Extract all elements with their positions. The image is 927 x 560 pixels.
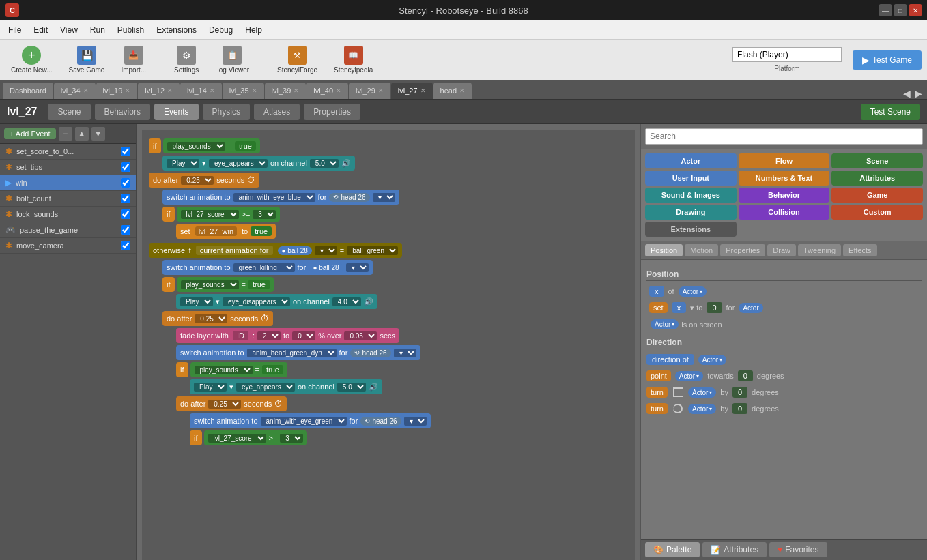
save-game-button[interactable]: 💾 Save Game [63,43,111,76]
tab-close-lvl14[interactable]: ✕ [210,87,215,94]
panel-minus-button[interactable]: − [59,127,72,141]
play-sounds-select-3[interactable]: play_sounds [195,366,253,374]
tab-close-lvl35[interactable]: ✕ [252,87,257,94]
do-after-3-select[interactable]: 0.25 [208,400,241,409]
cat-numbers-text[interactable]: Numbers & Text [739,171,830,186]
head26-select-3[interactable]: ▾ [404,417,427,426]
do-after-val-select[interactable]: 0.25 [181,176,214,185]
channel-select[interactable]: 5.0 [310,159,339,168]
panel-down-button[interactable]: ▼ [91,127,105,141]
switch-head-green-block[interactable]: switch animation to anim_head_green_dyn … [176,345,420,360]
sub-tab-effects[interactable]: Effects [843,244,876,256]
bottom-tab-favorites[interactable]: ♥ Favorites [769,542,827,557]
tab-nav-right[interactable]: ▶ [913,88,924,99]
log-viewer-button[interactable]: 📋 Log Viewer [210,43,255,76]
play-block[interactable]: Play ▾ eye_appears on channel 5.0 🔊 [162,156,355,171]
cat-actor[interactable]: Actor [645,153,737,168]
sound-disappears-select[interactable]: eye_disappears [223,297,290,306]
close-button[interactable]: ✕ [909,4,922,16]
anim-green-select[interactable]: green_killing_ [233,263,295,272]
test-scene-button[interactable]: Test Scene [861,104,920,120]
anim-head-green-select[interactable]: anim_head_green_dyn [247,349,337,357]
do-after-2-block[interactable]: do after 0.25 seconds ⏱ [162,311,273,326]
fade-layer-block[interactable]: fade layer with ID : 2 to 0 % over 0.05 … [176,328,399,343]
cat-drawing[interactable]: Drawing [645,205,737,220]
do-after-3-block[interactable]: do after 0.25 seconds ⏱ [176,396,287,411]
bottom-tab-attributes[interactable]: 📝 Attributes [702,542,767,557]
direction-of-entry[interactable]: direction of Actor [646,352,922,367]
event-check-bolt[interactable] [121,194,130,203]
search-input[interactable] [645,128,923,145]
do-after-block[interactable]: do after 0.25 seconds ⏱ [149,173,259,188]
ball-green-select[interactable]: ball_green [347,246,398,255]
cat-custom[interactable]: Custom [831,205,923,220]
maximize-button[interactable]: □ [894,4,907,16]
tab-lvl_12[interactable]: lvl_12 ✕ [138,83,180,99]
tab-events[interactable]: Events [154,104,199,120]
tab-close-lvl29[interactable]: ✕ [378,87,384,94]
score-val-select-1[interactable]: 3 [253,210,276,219]
cat-attributes[interactable]: Attributes [831,171,923,186]
play-sounds-condition[interactable]: play_sounds = true [163,138,260,153]
event-item-bolt-count[interactable]: ✱ bolt_count [0,191,136,207]
event-item-lock-sounds[interactable]: ✱ lock_sounds [0,207,136,222]
cat-extensions[interactable]: Extensions [645,222,737,237]
score-val-select-2[interactable]: 3 [280,434,303,443]
sub-tab-motion[interactable]: Motion [685,244,718,256]
do-after-2-select[interactable]: 0.25 [195,314,227,323]
tab-close-lvl34[interactable]: ✕ [83,87,89,94]
cat-game[interactable]: Game [831,188,923,203]
tab-dashboard[interactable]: Dashboard [3,83,53,99]
panel-up-button[interactable]: ▲ [75,127,89,141]
channel-select-2[interactable]: 4.0 [332,297,361,306]
tab-atlases[interactable]: Atlases [254,104,300,120]
event-check-lock[interactable] [121,209,130,219]
tab-lvl_35[interactable]: lvl_35 ✕ [223,83,264,99]
menu-publish[interactable]: Publish [112,24,149,36]
cat-scene[interactable]: Scene [831,153,923,168]
anim-blue-select[interactable]: anim_with_eye_blue [233,193,315,202]
tab-lvl_19[interactable]: lvl_19 ✕ [96,83,138,99]
menu-edit[interactable]: Edit [28,24,53,36]
x-of-actor-entry[interactable]: x of Actor [646,284,922,299]
switch-eye-green-block[interactable]: switch animation to anim_with_eye_green … [190,413,431,428]
event-item-set-tips[interactable]: ✱ set_tips [0,160,136,175]
turn-ccw-entry[interactable]: turn Actor by 0 degrees [646,401,922,416]
tab-close-lvl40[interactable]: ✕ [336,87,341,94]
cat-sound-images[interactable]: Sound & Images [645,188,737,203]
channel-select-3[interactable]: 5.0 [337,383,366,392]
canvas-scroll[interactable]: 🗑 if play_sounds = true [137,124,640,560]
tab-behaviors[interactable]: Behaviors [95,104,150,120]
sub-tab-tweening[interactable]: Tweening [798,244,841,256]
cat-behavior[interactable]: Behavior [739,188,830,203]
score-var-select-1[interactable]: lvl_27_score [181,210,239,219]
event-item-pause[interactable]: 🎮 pause_the_game [0,222,136,238]
score-condition-2[interactable]: lvl_27_score >= 3 [204,430,308,445]
play-sounds-select-2[interactable]: play_sounds [181,280,239,289]
play-sounds-2[interactable]: play_sounds = true [177,277,274,292]
import-button[interactable]: 📥 Import... [115,43,152,76]
add-event-button[interactable]: + Add Event [4,128,56,139]
cat-collision[interactable]: Collision [739,205,830,220]
tab-lvl_40[interactable]: lvl_40 ✕ [306,83,348,99]
event-check-set-tips[interactable] [121,162,130,172]
tab-nav-left[interactable]: ◀ [901,88,913,99]
menu-debug[interactable]: Debug [203,24,238,36]
platform-select[interactable]: Flash (Player) HTML5 iOS Android [732,47,842,62]
create-new-button[interactable]: + Create New... [5,43,58,76]
play-disappears-block[interactable]: Play ▾ eye_disappears on channel 4.0 🔊 [176,294,377,309]
menu-help[interactable]: Help [240,24,268,36]
event-item-set-score[interactable]: ✱ set_score_to_0... [0,144,136,160]
cat-flow[interactable]: Flow [739,153,830,168]
score-condition-1[interactable]: lvl_27_score >= 3 [177,207,281,222]
menu-extensions[interactable]: Extensions [151,24,202,36]
menu-file[interactable]: File [3,24,27,36]
fade-over-select[interactable]: 0.05 [344,331,377,340]
cat-user-input[interactable]: User Input [645,171,737,186]
fade-to-select[interactable]: 0 [292,331,315,340]
tab-close-lvl19[interactable]: ✕ [125,87,130,94]
anim-eye-green-select[interactable]: anim_with_eye_green [261,417,347,426]
actor-on-screen-entry[interactable]: Actor is on screen [646,316,922,332]
tab-close-lvl27[interactable]: ✕ [420,87,426,94]
sound-select[interactable]: eye_appears [209,159,268,168]
